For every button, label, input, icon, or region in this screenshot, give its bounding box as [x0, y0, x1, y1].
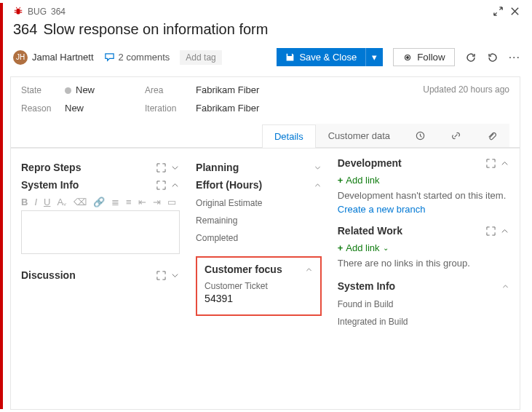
save-dropdown[interactable]: ▾: [365, 48, 383, 66]
save-icon: [285, 52, 295, 62]
attachment-icon: [486, 130, 497, 141]
fullscreen-icon[interactable]: [156, 163, 166, 173]
svg-point-1: [407, 56, 409, 58]
fullscreen-icon[interactable]: [486, 159, 496, 168]
iteration-value[interactable]: Fabrikam Fiber: [196, 103, 341, 114]
reason-label: Reason: [21, 103, 65, 114]
remaining-label[interactable]: Remaining: [196, 215, 322, 226]
planning-header: Planning: [196, 162, 239, 173]
chevron-up-icon[interactable]: [305, 266, 313, 274]
number-list-icon[interactable]: ≡: [126, 197, 132, 207]
assignee[interactable]: JH Jamal Hartnett: [13, 50, 94, 65]
chevron-up-icon[interactable]: [314, 181, 322, 189]
system-info-header: System Info: [21, 179, 79, 191]
customer-focus-box: Customer focus Customer Ticket 54391: [196, 256, 322, 316]
related-work-header: Related Work: [338, 225, 402, 237]
create-branch-link[interactable]: Create a new branch: [338, 204, 509, 215]
chevron-up-icon[interactable]: [500, 159, 509, 168]
work-item-title: 364Slow response on information form: [13, 21, 520, 38]
underline-icon[interactable]: U: [44, 197, 50, 207]
image-icon[interactable]: ▭: [167, 197, 176, 207]
dev-add-link[interactable]: +Add link: [338, 175, 509, 186]
reason-value[interactable]: New: [65, 103, 145, 114]
breadcrumb-type: BUG: [28, 7, 47, 17]
discussion-header: Discussion: [21, 269, 76, 281]
rtf-toolbar: B I U Aᵥ ⌫ 🔗 ≣ ≡ ⇤ ⇥ ▭: [21, 197, 180, 207]
area-label: Area: [145, 85, 196, 95]
bullet-list-icon[interactable]: ≣: [111, 197, 119, 207]
customer-focus-header: Customer focus: [205, 264, 282, 275]
updated-text: Updated 20 hours ago: [423, 84, 509, 114]
indent-icon[interactable]: ⇥: [153, 197, 161, 207]
clear-format-icon[interactable]: ⌫: [74, 197, 87, 207]
found-in-build-label[interactable]: Found in Build: [338, 299, 509, 309]
chevron-down-icon[interactable]: [314, 164, 322, 172]
chevron-down-icon[interactable]: [170, 271, 180, 280]
related-add-link[interactable]: +Add link⌄: [338, 242, 509, 253]
history-icon: [415, 130, 426, 141]
chevron-up-icon[interactable]: [500, 226, 509, 236]
italic-icon[interactable]: I: [34, 197, 37, 207]
tab-links[interactable]: [438, 124, 474, 147]
tab-attachments[interactable]: [474, 124, 509, 147]
breadcrumb-id: 364: [51, 7, 65, 17]
repro-steps-header: Repro Steps: [21, 162, 81, 173]
assignee-name: Jamal Hartnett: [32, 52, 94, 63]
fullscreen-icon[interactable]: [156, 181, 166, 190]
bug-icon: [13, 7, 23, 17]
area-value[interactable]: Fabrikam Fiber: [196, 84, 341, 95]
follow-icon: [402, 52, 413, 63]
close-icon[interactable]: [509, 6, 520, 17]
completed-label[interactable]: Completed: [196, 233, 322, 243]
tab-customer-data[interactable]: Customer data: [316, 124, 402, 147]
iteration-label: Iteration: [145, 103, 196, 114]
save-close-button[interactable]: Save & Close: [277, 48, 365, 66]
development-header: Development: [338, 157, 402, 169]
effort-header: Effort (Hours): [196, 179, 262, 191]
tab-details[interactable]: Details: [262, 124, 316, 148]
integrated-in-build-label[interactable]: Integrated in Build: [338, 317, 509, 327]
expand-icon[interactable]: [493, 6, 504, 17]
breadcrumb-row: BUG 364: [13, 6, 520, 17]
comment-icon: [104, 52, 115, 63]
outdent-icon[interactable]: ⇤: [138, 197, 146, 207]
chevron-up-icon[interactable]: [501, 282, 509, 290]
follow-button[interactable]: Follow: [393, 48, 455, 66]
tab-history[interactable]: [402, 124, 438, 147]
customer-ticket-value[interactable]: 54391: [205, 293, 313, 304]
state-label: State: [21, 85, 65, 95]
bold-icon[interactable]: B: [21, 197, 28, 207]
state-value[interactable]: New: [65, 84, 145, 95]
system-info-input[interactable]: [21, 210, 180, 254]
system-info-header-r: System Info: [338, 280, 395, 292]
link-tool-icon[interactable]: 🔗: [93, 197, 105, 207]
link-icon: [450, 130, 461, 141]
dev-empty-msg: Development hasn't started on this item.: [338, 190, 509, 201]
undo-icon[interactable]: [487, 52, 499, 63]
add-tag-button[interactable]: Add tag: [180, 50, 221, 65]
chevron-up-icon[interactable]: [170, 181, 180, 190]
fullscreen-icon[interactable]: [486, 226, 496, 236]
comments-button[interactable]: 2 comments: [104, 52, 170, 63]
customer-ticket-label: Customer Ticket: [205, 281, 313, 291]
original-estimate-label[interactable]: Original Estimate: [196, 198, 322, 208]
refresh-icon[interactable]: [465, 52, 477, 63]
related-empty-msg: There are no links in this group.: [338, 258, 509, 269]
fullscreen-icon[interactable]: [156, 271, 166, 280]
chevron-down-icon[interactable]: [170, 163, 180, 173]
more-actions[interactable]: ···: [509, 51, 520, 64]
avatar: JH: [13, 50, 28, 65]
font-icon[interactable]: Aᵥ: [57, 197, 67, 207]
